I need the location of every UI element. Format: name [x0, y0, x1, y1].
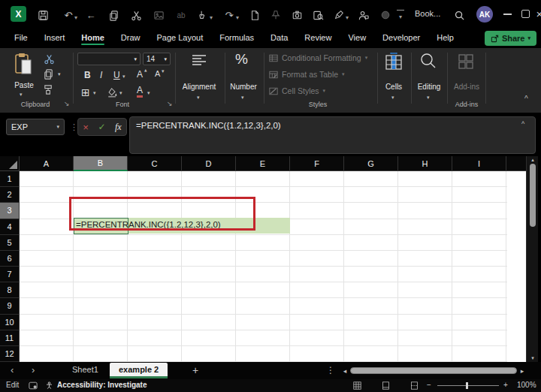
row-header-7[interactable]: 7 — [0, 267, 19, 282]
column-header-h[interactable]: H — [398, 156, 452, 171]
zoom-slider-thumb[interactable] — [466, 382, 468, 389]
tab-home[interactable]: Home — [74, 30, 111, 47]
collapse-ribbon-icon[interactable]: ^ — [524, 95, 528, 103]
formula-input[interactable]: =PERCENTRANK.INC({1.2,12,3},2,0) — [129, 116, 536, 154]
cells-dropdown-icon[interactable]: ▾ — [391, 95, 394, 101]
editing-button[interactable]: Editing — [412, 83, 446, 91]
column-header-a[interactable]: A — [20, 156, 74, 171]
confirm-entry-icon[interactable]: ✓ — [98, 122, 105, 132]
row-header-4[interactable]: 4 — [0, 219, 19, 235]
next-sheet-icon[interactable]: › — [32, 364, 35, 375]
zoom-slider-track[interactable] — [437, 385, 499, 386]
paste-icon[interactable] — [14, 53, 33, 75]
undo-dropdown-icon[interactable]: ▾ — [72, 11, 80, 24]
copy-dropdown-icon[interactable]: ▾ — [58, 71, 61, 77]
column-header-f[interactable]: F — [290, 156, 344, 171]
alignment-dropdown-icon[interactable]: ▾ — [197, 95, 200, 101]
paste-button[interactable]: Paste — [9, 81, 39, 89]
row-header-1[interactable]: 1 — [0, 171, 19, 187]
cut-icon[interactable] — [129, 8, 143, 22]
underline-dropdown-icon[interactable]: ▾ — [122, 74, 125, 80]
redo-dropdown-icon[interactable]: ▾ — [234, 11, 241, 24]
column-header-b[interactable]: B — [74, 156, 128, 171]
lookup-icon[interactable] — [311, 8, 325, 22]
save-icon[interactable] — [36, 8, 50, 22]
editing-dropdown-icon[interactable]: ▾ — [427, 95, 430, 101]
vertical-scrollbar[interactable]: ▴ ▾ — [526, 156, 538, 362]
tab-review[interactable]: Review — [298, 30, 338, 47]
underline-button[interactable]: U — [113, 70, 120, 80]
normal-view-icon[interactable] — [353, 381, 361, 390]
zoom-in-button[interactable]: + — [503, 381, 508, 389]
camera-icon[interactable] — [290, 8, 304, 22]
tab-developer[interactable]: Developer — [376, 30, 427, 47]
zoom-out-button[interactable]: − — [427, 381, 431, 389]
row-header-11[interactable]: 11 — [0, 330, 19, 346]
cells-button[interactable]: Cells — [379, 83, 409, 91]
draft-pen-dropdown-icon[interactable]: ▾ — [343, 11, 351, 24]
conditional-formatting-button[interactable]: Conditional Formatting ▾ — [269, 53, 367, 62]
maximize-button[interactable] — [521, 10, 530, 18]
font-size-combo[interactable]: 14 ▾ — [143, 53, 171, 65]
back-icon[interactable]: ← — [84, 8, 98, 22]
collapse-formula-bar-icon[interactable]: ^ — [521, 120, 524, 128]
tab-page-layout[interactable]: Page Layout — [150, 30, 210, 47]
row-header-5[interactable]: 5 — [0, 235, 19, 251]
borders-dropdown-icon[interactable]: ▾ — [93, 90, 96, 96]
name-box[interactable]: EXP ▾ — [6, 119, 65, 135]
tab-insert[interactable]: Insert — [38, 30, 72, 47]
page-break-view-icon[interactable] — [410, 381, 419, 390]
font-dialog-launcher-icon[interactable]: ↘ — [167, 100, 173, 107]
tab-draw[interactable]: Draw — [114, 30, 147, 47]
format-painter-icon[interactable] — [43, 84, 54, 95]
new-document-icon[interactable] — [248, 8, 261, 22]
copy-icon[interactable] — [107, 8, 120, 22]
vertical-scrollbar-thumb[interactable] — [530, 164, 536, 227]
minimize-button[interactable] — [503, 14, 512, 15]
shrink-font-button[interactable]: A — [155, 69, 160, 78]
permissions-icon[interactable] — [356, 8, 370, 22]
zoom-level[interactable]: 100% — [517, 381, 536, 389]
column-header-d[interactable]: D — [182, 156, 236, 171]
account-avatar[interactable]: AK — [476, 6, 493, 23]
sheet-menu-dots-icon[interactable]: ⋮ — [326, 365, 335, 375]
touch-mode-dropdown-icon[interactable]: ▾ — [207, 11, 215, 24]
font-color-button[interactable]: A — [137, 86, 143, 98]
fill-color-icon[interactable] — [107, 87, 118, 98]
tab-help[interactable]: Help — [430, 30, 461, 47]
add-sheet-button[interactable]: + — [192, 364, 198, 376]
search-icon[interactable] — [452, 8, 466, 22]
column-header-i[interactable]: I — [452, 156, 506, 171]
column-header-g[interactable]: G — [344, 156, 398, 171]
horizontal-scrollbar-thumb[interactable] — [350, 367, 517, 374]
cancel-entry-icon[interactable]: × — [83, 122, 89, 133]
close-button[interactable]: × — [535, 7, 541, 20]
select-all-corner[interactable] — [0, 156, 20, 171]
format-as-table-button[interactable]: Format as Table ▾ — [269, 70, 345, 79]
page-layout-view-icon[interactable] — [382, 381, 390, 390]
copy-icon[interactable] — [43, 68, 54, 80]
column-header-c[interactable]: C — [128, 156, 182, 171]
grid-cells-area[interactable]: =PERCENTRANK.INC({1.2,12,3},2,0) — [20, 171, 526, 362]
row-header-8[interactable]: 8 — [0, 282, 19, 298]
addins-button[interactable]: Add-ins — [449, 83, 484, 91]
number-dropdown-icon[interactable]: ▾ — [241, 95, 244, 101]
scroll-down-icon[interactable]: ▾ — [527, 355, 539, 361]
row-header-2[interactable]: 2 — [0, 187, 19, 203]
bold-button[interactable]: B — [84, 70, 91, 80]
italic-button[interactable]: I — [100, 70, 102, 80]
fill-color-dropdown-icon[interactable]: ▾ — [119, 90, 122, 96]
tab-view[interactable]: View — [341, 30, 373, 47]
row-header-12[interactable]: 12 — [0, 346, 19, 362]
grow-font-button[interactable]: A — [137, 69, 143, 80]
tab-data[interactable]: Data — [264, 30, 295, 47]
row-header-9[interactable]: 9 — [0, 298, 19, 314]
column-header-e[interactable]: E — [236, 156, 290, 171]
tab-formulas[interactable]: Formulas — [213, 30, 261, 47]
borders-icon[interactable]: ⊞ — [81, 86, 90, 98]
alignment-button[interactable]: Alignment — [176, 83, 222, 91]
cell-styles-button[interactable]: Cell Styles ▾ — [269, 86, 325, 95]
clipboard-dialog-launcher-icon[interactable]: ↘ — [64, 100, 70, 107]
font-name-combo[interactable]: ▾ — [77, 53, 141, 65]
insert-function-icon[interactable]: fx — [115, 122, 122, 133]
